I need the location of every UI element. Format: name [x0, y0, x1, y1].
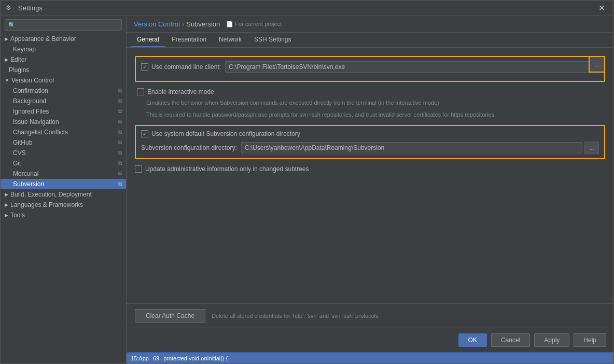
- sidebar-item-plugins[interactable]: Plugins: [1, 65, 126, 75]
- settings-window: ⚙ Settings ✕ 🔍 ▶ Appearance & Behavior: [0, 0, 614, 364]
- config-dir-input[interactable]: [241, 142, 582, 153]
- cancel-button[interactable]: Cancel: [491, 333, 530, 347]
- sidebar-label-mercurial: Mercurial: [13, 170, 38, 177]
- config-dir-browse-button[interactable]: ...: [584, 142, 599, 154]
- search-input[interactable]: [18, 21, 118, 29]
- sidebar-label-editor: Editor: [10, 56, 26, 63]
- expand-arrow-tools: ▶: [5, 213, 8, 218]
- sidebar-label-vc: Version Control: [11, 77, 54, 84]
- update-admin-row: Update administrative information only i…: [135, 165, 605, 173]
- tab-ssh-settings[interactable]: SSH Settings: [248, 33, 297, 47]
- tab-network[interactable]: Network: [213, 33, 248, 47]
- system-default-label: Use system default Subversion configurat…: [151, 130, 300, 137]
- sidebar-label-git: Git: [13, 160, 21, 167]
- sidebar-item-appearance[interactable]: ▶ Appearance & Behavior: [1, 34, 126, 44]
- sidebar-item-confirmation[interactable]: Confirmation ⧉: [1, 86, 126, 96]
- sidebar-label-languages: Languages & Frameworks: [10, 201, 83, 208]
- copy-icon-github: ⧉: [118, 139, 122, 146]
- sidebar-item-version-control[interactable]: ▼ Version Control: [1, 75, 126, 86]
- sidebar-item-github[interactable]: GitHub ⧉: [1, 137, 126, 148]
- sidebar-label-changelist: Changelist Conflicts: [13, 129, 68, 136]
- sidebar-item-issue-navigation[interactable]: Issue Navigation ⧉: [1, 117, 126, 127]
- main-content: 🔍 ▶ Appearance & Behavior Keymap ▶: [1, 16, 613, 363]
- breadcrumb: Version Control › Subversion 📄 For curre…: [127, 16, 613, 33]
- copy-icon-changelist: ⧉: [118, 129, 122, 135]
- copy-icon-cvs: ⧉: [118, 150, 122, 156]
- sidebar-item-tools[interactable]: ▶ Tools: [1, 210, 126, 220]
- clear-cache-desc: Delete all stored credentials for 'http'…: [212, 313, 379, 319]
- update-admin-checkbox[interactable]: [135, 165, 142, 173]
- sidebar-label-issue-navigation: Issue Navigation: [13, 118, 59, 125]
- cmd-client-label: Use command line client:: [151, 63, 221, 71]
- apply-button[interactable]: Apply: [534, 333, 569, 347]
- cmd-client-input[interactable]: [225, 61, 599, 73]
- expand-arrow-languages: ▶: [5, 202, 8, 207]
- sidebar-item-ignored-files[interactable]: Ignored Files ⧉: [1, 106, 126, 117]
- breadcrumb-current: Subversion: [186, 20, 220, 28]
- close-button[interactable]: ✕: [595, 2, 608, 14]
- breadcrumb-separator: ›: [182, 20, 184, 28]
- help-button[interactable]: Help: [574, 333, 606, 347]
- expand-arrow-build: ▶: [5, 192, 8, 197]
- clear-cache-button[interactable]: Clear Auth Cache: [135, 309, 205, 323]
- sidebar-item-build[interactable]: ▶ Build, Execution, Deployment: [1, 189, 126, 200]
- config-dir-row: Subversion configuration directory: ...: [141, 142, 599, 154]
- tab-general[interactable]: General: [131, 33, 165, 47]
- search-box[interactable]: 🔍: [5, 19, 122, 31]
- expand-arrow-editor: ▶: [5, 57, 8, 62]
- sidebar-label-build: Build, Execution, Deployment: [10, 191, 92, 198]
- sidebar-item-editor[interactable]: ▶ Editor: [1, 54, 126, 65]
- interactive-mode-checkbox[interactable]: [137, 88, 144, 95]
- vc-children: Confirmation ⧉ Background ⧉ Ignored File…: [1, 86, 126, 189]
- ok-button[interactable]: OK: [458, 333, 487, 347]
- sidebar-item-mercurial[interactable]: Mercurial ⧉: [1, 169, 126, 179]
- panel-content: Use command line client: ... Enable inte…: [127, 48, 613, 303]
- expand-arrow-appearance: ▶: [5, 36, 8, 41]
- system-default-checkbox[interactable]: [141, 130, 148, 137]
- sidebar-label-ignored-files: Ignored Files: [13, 108, 49, 115]
- svn-config-section: Use system default Subversion configurat…: [135, 125, 605, 159]
- bottom-section: Clear Auth Cache Delete all stored crede…: [127, 303, 613, 328]
- breadcrumb-project-label: For current project: [235, 21, 282, 27]
- expand-arrow-vc: ▼: [5, 78, 9, 83]
- sidebar-label-confirmation: Confirmation: [13, 87, 48, 94]
- breadcrumb-parent[interactable]: Version Control: [134, 20, 180, 28]
- tabs-bar: General Presentation Network SSH Setting…: [127, 33, 613, 48]
- status-bar: 15:App 69 protected void onInitial() {: [127, 352, 613, 363]
- sidebar-label-plugins: Plugins: [9, 66, 29, 74]
- sidebar: 🔍 ▶ Appearance & Behavior Keymap ▶: [1, 16, 127, 363]
- sidebar-label-background: Background: [13, 97, 46, 105]
- sidebar-item-git[interactable]: Git ⧉: [1, 158, 126, 169]
- sidebar-item-languages[interactable]: ▶ Languages & Frameworks: [1, 200, 126, 210]
- sidebar-label-cvs: CVS: [13, 149, 26, 157]
- status-method: protected void onInitial() {: [163, 355, 228, 361]
- interactive-desc2: This is required to handle password/pass…: [146, 110, 605, 119]
- interactive-mode-label: Enable interactive mode: [147, 88, 214, 95]
- copy-icon-subversion: ⧉: [118, 181, 122, 187]
- status-line: 69: [153, 355, 159, 361]
- copy-icon-background: ⧉: [118, 98, 122, 104]
- cmd-client-section: Use command line client: ...: [135, 56, 605, 82]
- window-title: Settings: [18, 4, 595, 12]
- copy-icon-git: ⧉: [118, 160, 122, 166]
- sidebar-label-github: GitHub: [13, 139, 32, 146]
- copy-icon-confirmation: ⧉: [118, 88, 122, 94]
- sidebar-item-subversion[interactable]: Subversion ⧉: [1, 179, 126, 189]
- cmd-client-row: Use command line client:: [141, 61, 599, 73]
- sidebar-item-background[interactable]: Background ⧉: [1, 96, 126, 106]
- copy-icon-mercurial: ⧉: [118, 171, 122, 177]
- tab-presentation[interactable]: Presentation: [165, 33, 213, 47]
- sidebar-item-changelist-conflicts[interactable]: Changelist Conflicts ⧉: [1, 127, 126, 137]
- interactive-desc1: Emulates the behavior when Subversion co…: [146, 99, 605, 107]
- cmd-client-checkbox[interactable]: [141, 63, 148, 71]
- sidebar-item-keymap[interactable]: Keymap: [1, 44, 126, 54]
- cmd-browse-button[interactable]: ...: [589, 56, 605, 73]
- sidebar-item-cvs[interactable]: CVS ⧉: [1, 148, 126, 158]
- sidebar-label-tools: Tools: [10, 212, 25, 219]
- interactive-mode-row: Enable interactive mode: [135, 88, 605, 95]
- sidebar-label-appearance: Appearance & Behavior: [10, 35, 76, 43]
- breadcrumb-project: 📄 For current project: [226, 21, 282, 27]
- system-default-row: Use system default Subversion configurat…: [141, 130, 599, 137]
- sidebar-label-subversion: Subversion: [13, 180, 44, 188]
- search-icon: 🔍: [8, 22, 16, 29]
